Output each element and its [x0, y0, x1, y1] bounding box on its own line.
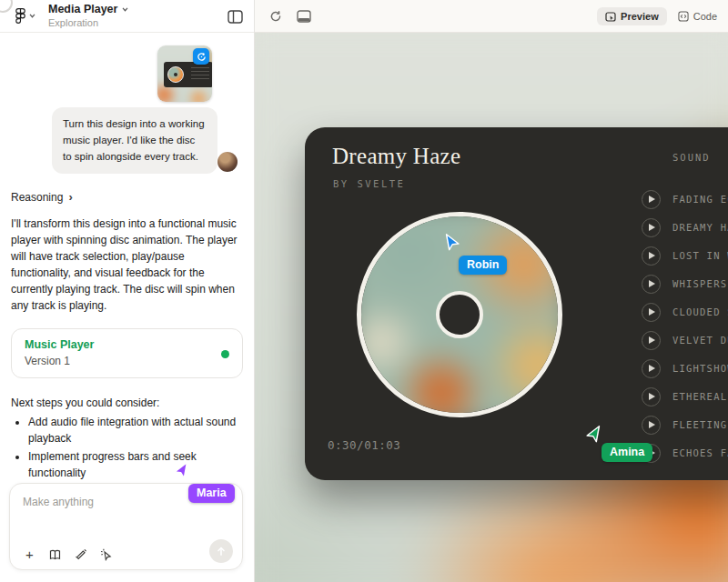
track-row[interactable]: CLOUDED S — [642, 302, 728, 322]
user-message-bubble: Turn this design into a working music pl… — [52, 107, 217, 174]
music-player-card: Dreamy Haze BY SVELTE 0:30/01:03 SOUND F… — [305, 127, 728, 480]
version-card[interactable]: Music Player Version 1 — [11, 328, 243, 378]
track-row[interactable]: LIGHTSHOW — [642, 358, 728, 378]
edit-wand-button[interactable] — [74, 547, 87, 561]
play-icon[interactable] — [642, 246, 661, 266]
file-title-block[interactable]: Media Player Exploration — [48, 4, 128, 28]
figma-menu-button[interactable] — [15, 7, 35, 25]
disc-center-hole — [436, 291, 483, 338]
composer-toolbar: + — [23, 547, 233, 561]
assistant-message: I'll transform this design into a functi… — [11, 216, 243, 314]
user-message: Turn this design into a working music pl… — [52, 107, 217, 174]
add-attachment-button[interactable]: + — [23, 547, 36, 561]
user-avatar — [217, 152, 238, 172]
code-tab-icon — [678, 11, 689, 22]
preview-pane: Preview Code Dreamy Haze BY SVELTE — [255, 0, 728, 582]
track-label: FLEETING — [672, 419, 727, 430]
chevron-down-icon — [122, 7, 128, 12]
track-label: ECHOES FA — [672, 447, 728, 458]
track-label: VELVET DU — [672, 335, 728, 346]
next-steps-intro: Next steps you could consider: — [11, 396, 243, 409]
tab-code[interactable]: Code — [674, 7, 721, 25]
track-row[interactable]: ECHOES FA — [642, 443, 728, 463]
tracklist-rows: FADING EC DREAMY HA LOST IN W WHISP — [642, 189, 728, 463]
track-row[interactable]: LOST IN W — [642, 246, 728, 266]
toggle-panel-button[interactable] — [227, 8, 243, 25]
preview-tab-icon — [605, 12, 616, 22]
track-row[interactable]: ETHEREAL — [642, 386, 728, 406]
refresh-button[interactable] — [268, 8, 284, 25]
magic-cursor-button[interactable] — [99, 547, 113, 561]
track-label: LOST IN W — [672, 250, 728, 261]
track-row[interactable]: DREAMY HA — [642, 217, 728, 237]
chevron-right-icon: › — [68, 190, 72, 204]
preview-tab-label: Preview — [621, 11, 659, 22]
play-icon[interactable] — [642, 218, 661, 237]
preview-toolbar: Preview Code — [255, 0, 728, 33]
play-icon[interactable] — [642, 387, 661, 406]
play-icon[interactable] — [642, 275, 661, 294]
view-tabs: Preview Code — [597, 0, 721, 33]
app: Media Player Exploration — [0, 0, 728, 582]
status-dot — [221, 350, 229, 358]
thumbnail-disc — [167, 66, 184, 83]
corner-decoration — [0, 0, 13, 13]
chevron-down-icon — [29, 14, 35, 18]
version-card-title: Music Player — [25, 338, 229, 351]
play-icon[interactable] — [642, 331, 661, 350]
send-button[interactable] — [209, 539, 233, 563]
track-row[interactable]: FADING EC — [642, 189, 728, 209]
file-subtitle: Exploration — [48, 17, 128, 28]
tab-preview[interactable]: Preview — [597, 7, 667, 25]
playback-time: 0:30/01:03 — [328, 438, 400, 452]
next-step-item: Add audio file integration with actual s… — [28, 415, 243, 447]
track-label: DREAMY HA — [672, 222, 728, 233]
figma-logo-icon — [15, 7, 26, 25]
library-button[interactable] — [48, 547, 62, 561]
version-card-version: Version 1 — [25, 355, 229, 367]
preview-canvas: Dreamy Haze BY SVELTE 0:30/01:03 SOUND F… — [255, 33, 728, 582]
chat-sidebar: Media Player Exploration — [0, 0, 255, 582]
play-icon[interactable] — [642, 303, 661, 322]
reasoning-toggle[interactable]: Reasoning › — [11, 190, 245, 204]
play-icon[interactable] — [642, 190, 661, 209]
device-frame-button[interactable] — [296, 8, 312, 25]
tracklist-header: SOUND — [672, 152, 711, 163]
track-row[interactable]: VELVET DU — [642, 330, 728, 350]
reasoning-label: Reasoning — [11, 191, 63, 204]
next-step-item: Implement progress bars and seek functio… — [28, 449, 243, 481]
album-title: Dreamy Haze — [332, 144, 460, 169]
track-row[interactable]: FLEETING — [642, 415, 728, 435]
track-label: FADING EC — [672, 194, 728, 205]
track-row[interactable]: WHISPERS — [642, 274, 728, 294]
composer-input[interactable] — [10, 484, 242, 526]
thumbnail-tracklist — [191, 67, 209, 82]
spinning-disc[interactable] — [357, 212, 562, 417]
play-icon[interactable] — [642, 444, 661, 463]
play-icon[interactable] — [642, 359, 661, 378]
attachment-thumbnail[interactable] — [157, 45, 212, 102]
track-label: CLOUDED S — [672, 306, 728, 317]
track-label: WHISPERS — [672, 278, 727, 289]
file-title: Media Player — [48, 4, 117, 16]
code-tab-label: Code — [693, 11, 717, 22]
track-label: ETHEREAL — [672, 391, 727, 402]
track-label: LIGHTSHOW — [672, 363, 728, 374]
sidebar-header: Media Player Exploration — [0, 0, 254, 33]
album-byline: BY SVELTE — [333, 178, 405, 189]
spin-badge-icon — [193, 48, 209, 65]
chat-thread: Turn this design into a working music pl… — [0, 33, 254, 516]
composer: + — [9, 483, 243, 570]
play-icon[interactable] — [642, 416, 661, 435]
thumbnail-player-card — [164, 62, 212, 87]
